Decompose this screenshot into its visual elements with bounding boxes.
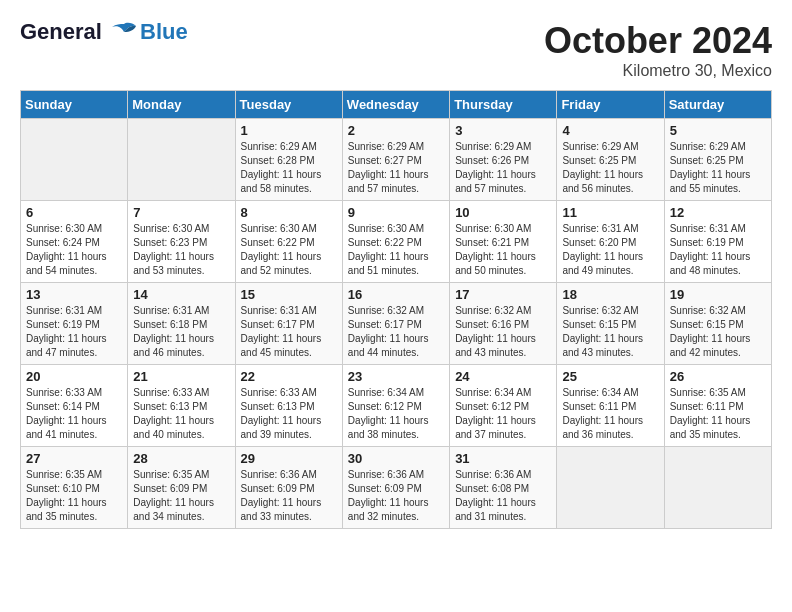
title-block: October 2024 Kilometro 30, Mexico — [544, 20, 772, 80]
day-number: 30 — [348, 451, 444, 466]
day-number: 20 — [26, 369, 122, 384]
calendar-cell: 23Sunrise: 6:34 AM Sunset: 6:12 PM Dayli… — [342, 365, 449, 447]
calendar-cell: 3Sunrise: 6:29 AM Sunset: 6:26 PM Daylig… — [450, 119, 557, 201]
day-header-wednesday: Wednesday — [342, 91, 449, 119]
day-info: Sunrise: 6:31 AM Sunset: 6:20 PM Dayligh… — [562, 222, 658, 278]
day-info: Sunrise: 6:32 AM Sunset: 6:15 PM Dayligh… — [562, 304, 658, 360]
day-number: 24 — [455, 369, 551, 384]
day-info: Sunrise: 6:29 AM Sunset: 6:28 PM Dayligh… — [241, 140, 337, 196]
calendar-cell: 21Sunrise: 6:33 AM Sunset: 6:13 PM Dayli… — [128, 365, 235, 447]
day-info: Sunrise: 6:33 AM Sunset: 6:13 PM Dayligh… — [241, 386, 337, 442]
calendar-cell: 8Sunrise: 6:30 AM Sunset: 6:22 PM Daylig… — [235, 201, 342, 283]
calendar-cell: 10Sunrise: 6:30 AM Sunset: 6:21 PM Dayli… — [450, 201, 557, 283]
calendar-cell — [21, 119, 128, 201]
day-header-sunday: Sunday — [21, 91, 128, 119]
calendar-cell — [664, 447, 771, 529]
calendar-cell: 29Sunrise: 6:36 AM Sunset: 6:09 PM Dayli… — [235, 447, 342, 529]
day-info: Sunrise: 6:35 AM Sunset: 6:11 PM Dayligh… — [670, 386, 766, 442]
day-info: Sunrise: 6:31 AM Sunset: 6:19 PM Dayligh… — [26, 304, 122, 360]
day-info: Sunrise: 6:30 AM Sunset: 6:22 PM Dayligh… — [348, 222, 444, 278]
day-number: 19 — [670, 287, 766, 302]
day-number: 31 — [455, 451, 551, 466]
day-info: Sunrise: 6:29 AM Sunset: 6:26 PM Dayligh… — [455, 140, 551, 196]
day-info: Sunrise: 6:29 AM Sunset: 6:25 PM Dayligh… — [562, 140, 658, 196]
calendar-cell: 30Sunrise: 6:36 AM Sunset: 6:09 PM Dayli… — [342, 447, 449, 529]
calendar-cell: 5Sunrise: 6:29 AM Sunset: 6:25 PM Daylig… — [664, 119, 771, 201]
calendar-cell — [128, 119, 235, 201]
day-header-monday: Monday — [128, 91, 235, 119]
location-title: Kilometro 30, Mexico — [544, 62, 772, 80]
logo-blue-text: Blue — [140, 20, 188, 44]
calendar-week-row: 1Sunrise: 6:29 AM Sunset: 6:28 PM Daylig… — [21, 119, 772, 201]
day-info: Sunrise: 6:34 AM Sunset: 6:12 PM Dayligh… — [455, 386, 551, 442]
day-info: Sunrise: 6:32 AM Sunset: 6:16 PM Dayligh… — [455, 304, 551, 360]
calendar-cell: 13Sunrise: 6:31 AM Sunset: 6:19 PM Dayli… — [21, 283, 128, 365]
day-number: 15 — [241, 287, 337, 302]
calendar-cell — [557, 447, 664, 529]
calendar-header-row: SundayMondayTuesdayWednesdayThursdayFrid… — [21, 91, 772, 119]
day-number: 8 — [241, 205, 337, 220]
calendar-cell: 24Sunrise: 6:34 AM Sunset: 6:12 PM Dayli… — [450, 365, 557, 447]
calendar-cell: 15Sunrise: 6:31 AM Sunset: 6:17 PM Dayli… — [235, 283, 342, 365]
day-info: Sunrise: 6:36 AM Sunset: 6:09 PM Dayligh… — [241, 468, 337, 524]
day-header-friday: Friday — [557, 91, 664, 119]
day-info: Sunrise: 6:35 AM Sunset: 6:09 PM Dayligh… — [133, 468, 229, 524]
day-number: 26 — [670, 369, 766, 384]
day-number: 16 — [348, 287, 444, 302]
day-info: Sunrise: 6:34 AM Sunset: 6:11 PM Dayligh… — [562, 386, 658, 442]
day-info: Sunrise: 6:32 AM Sunset: 6:15 PM Dayligh… — [670, 304, 766, 360]
day-number: 11 — [562, 205, 658, 220]
day-number: 4 — [562, 123, 658, 138]
day-info: Sunrise: 6:31 AM Sunset: 6:19 PM Dayligh… — [670, 222, 766, 278]
day-info: Sunrise: 6:34 AM Sunset: 6:12 PM Dayligh… — [348, 386, 444, 442]
logo: General Blue — [20, 20, 188, 44]
day-number: 25 — [562, 369, 658, 384]
day-number: 3 — [455, 123, 551, 138]
day-number: 9 — [348, 205, 444, 220]
day-number: 18 — [562, 287, 658, 302]
logo-text: General — [20, 20, 138, 44]
day-info: Sunrise: 6:33 AM Sunset: 6:13 PM Dayligh… — [133, 386, 229, 442]
day-number: 22 — [241, 369, 337, 384]
calendar-cell: 18Sunrise: 6:32 AM Sunset: 6:15 PM Dayli… — [557, 283, 664, 365]
calendar-week-row: 13Sunrise: 6:31 AM Sunset: 6:19 PM Dayli… — [21, 283, 772, 365]
calendar-cell: 20Sunrise: 6:33 AM Sunset: 6:14 PM Dayli… — [21, 365, 128, 447]
calendar-cell: 4Sunrise: 6:29 AM Sunset: 6:25 PM Daylig… — [557, 119, 664, 201]
calendar-cell: 7Sunrise: 6:30 AM Sunset: 6:23 PM Daylig… — [128, 201, 235, 283]
day-info: Sunrise: 6:29 AM Sunset: 6:25 PM Dayligh… — [670, 140, 766, 196]
calendar-week-row: 20Sunrise: 6:33 AM Sunset: 6:14 PM Dayli… — [21, 365, 772, 447]
day-info: Sunrise: 6:36 AM Sunset: 6:08 PM Dayligh… — [455, 468, 551, 524]
calendar-cell: 19Sunrise: 6:32 AM Sunset: 6:15 PM Dayli… — [664, 283, 771, 365]
calendar-cell: 6Sunrise: 6:30 AM Sunset: 6:24 PM Daylig… — [21, 201, 128, 283]
calendar-cell: 12Sunrise: 6:31 AM Sunset: 6:19 PM Dayli… — [664, 201, 771, 283]
day-info: Sunrise: 6:35 AM Sunset: 6:10 PM Dayligh… — [26, 468, 122, 524]
day-info: Sunrise: 6:30 AM Sunset: 6:21 PM Dayligh… — [455, 222, 551, 278]
day-number: 7 — [133, 205, 229, 220]
calendar-cell: 2Sunrise: 6:29 AM Sunset: 6:27 PM Daylig… — [342, 119, 449, 201]
day-number: 5 — [670, 123, 766, 138]
day-info: Sunrise: 6:33 AM Sunset: 6:14 PM Dayligh… — [26, 386, 122, 442]
day-header-thursday: Thursday — [450, 91, 557, 119]
day-header-saturday: Saturday — [664, 91, 771, 119]
calendar-table: SundayMondayTuesdayWednesdayThursdayFrid… — [20, 90, 772, 529]
day-header-tuesday: Tuesday — [235, 91, 342, 119]
calendar-cell: 22Sunrise: 6:33 AM Sunset: 6:13 PM Dayli… — [235, 365, 342, 447]
day-info: Sunrise: 6:30 AM Sunset: 6:24 PM Dayligh… — [26, 222, 122, 278]
day-info: Sunrise: 6:30 AM Sunset: 6:22 PM Dayligh… — [241, 222, 337, 278]
day-number: 2 — [348, 123, 444, 138]
calendar-cell: 28Sunrise: 6:35 AM Sunset: 6:09 PM Dayli… — [128, 447, 235, 529]
calendar-cell: 17Sunrise: 6:32 AM Sunset: 6:16 PM Dayli… — [450, 283, 557, 365]
day-number: 21 — [133, 369, 229, 384]
calendar-cell: 9Sunrise: 6:30 AM Sunset: 6:22 PM Daylig… — [342, 201, 449, 283]
calendar-body: 1Sunrise: 6:29 AM Sunset: 6:28 PM Daylig… — [21, 119, 772, 529]
day-number: 28 — [133, 451, 229, 466]
calendar-week-row: 27Sunrise: 6:35 AM Sunset: 6:10 PM Dayli… — [21, 447, 772, 529]
calendar-week-row: 6Sunrise: 6:30 AM Sunset: 6:24 PM Daylig… — [21, 201, 772, 283]
day-number: 1 — [241, 123, 337, 138]
calendar-cell: 11Sunrise: 6:31 AM Sunset: 6:20 PM Dayli… — [557, 201, 664, 283]
day-info: Sunrise: 6:31 AM Sunset: 6:17 PM Dayligh… — [241, 304, 337, 360]
calendar-cell: 27Sunrise: 6:35 AM Sunset: 6:10 PM Dayli… — [21, 447, 128, 529]
day-number: 29 — [241, 451, 337, 466]
day-number: 6 — [26, 205, 122, 220]
month-title: October 2024 — [544, 20, 772, 62]
